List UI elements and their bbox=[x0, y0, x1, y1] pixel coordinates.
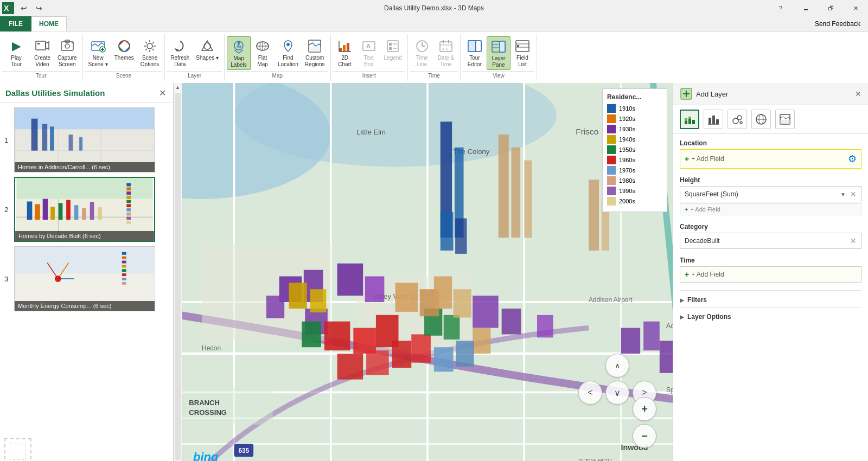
category-remove-btn[interactable]: ✕ bbox=[850, 236, 857, 245]
tour-editor-button[interactable]: TourEditor bbox=[463, 36, 487, 69]
insert-group-label: Insert bbox=[333, 71, 405, 81]
scene-thumb-1: Homes in Addison/Carroll... (6 sec) bbox=[14, 107, 155, 172]
stacked-bar-icon[interactable] bbox=[680, 110, 699, 129]
chart-icon bbox=[337, 37, 353, 55]
find-location-label: FindLocation bbox=[278, 55, 298, 68]
new-scene-button[interactable]: NewScene ▾ bbox=[85, 36, 111, 69]
layer-pane-close[interactable]: ✕ bbox=[855, 89, 861, 98]
text-box-button[interactable]: A TextBox bbox=[357, 36, 381, 69]
shapes-button[interactable]: Shapes ▾ bbox=[193, 36, 222, 62]
bubble-chart-icon[interactable] bbox=[727, 110, 747, 129]
tab-file[interactable]: FILE bbox=[0, 16, 31, 31]
map-copyright: © 2015 HERE bbox=[579, 458, 613, 461]
scene-thumb-3: Monthly Energy Consump... (6 sec) bbox=[14, 246, 155, 311]
undo-btn[interactable]: ↩ bbox=[16, 1, 31, 16]
layer-options-header[interactable]: ▶ Layer Options bbox=[680, 312, 861, 322]
window-title: Dallas Utility Demo.xlsx - 3D Maps bbox=[384, 4, 484, 12]
svg-text:Little Elm: Little Elm bbox=[356, 128, 386, 136]
svg-text:BRANCH: BRANCH bbox=[189, 399, 220, 407]
maximize-btn[interactable]: 🗗 bbox=[818, 0, 843, 16]
legend-label-9: 2000s bbox=[619, 198, 635, 204]
height-add-field[interactable]: + + Add Field bbox=[680, 203, 861, 215]
category-value: DecadeBuilt bbox=[685, 237, 720, 245]
scroll-up-arrow[interactable]: ▲ bbox=[174, 83, 182, 92]
legend-label-7: 1980s bbox=[619, 177, 635, 184]
layer-options-label: Layer Options bbox=[687, 313, 731, 321]
scene-item-1[interactable]: 1 bbox=[4, 107, 169, 172]
create-video-button[interactable]: CreateVideo bbox=[30, 36, 54, 69]
column-chart-icon[interactable] bbox=[704, 110, 723, 129]
date-time-button[interactable]: AB Date &Time bbox=[434, 36, 458, 69]
flat-map-label: FlatMap bbox=[257, 55, 267, 68]
field-list-button[interactable]: FieldList bbox=[510, 36, 534, 69]
legend-item-1: 1920s bbox=[607, 114, 662, 123]
minimize-btn[interactable]: 🗕 bbox=[793, 0, 818, 16]
refresh-data-button[interactable]: RefreshData bbox=[167, 36, 193, 69]
height-value-field[interactable]: SquareFeet (Sum) ▼ ✕ bbox=[680, 186, 861, 202]
filters-label: Filters bbox=[687, 296, 707, 304]
tilt-up-btn[interactable]: ∧ bbox=[605, 354, 629, 377]
svg-rect-72 bbox=[31, 119, 38, 151]
region-icon[interactable] bbox=[775, 110, 795, 129]
tab-home[interactable]: HOME bbox=[31, 16, 67, 31]
tour-editor-label: TourEditor bbox=[468, 55, 482, 68]
tilt-down-btn[interactable]: ∨ bbox=[605, 381, 629, 405]
svg-rect-160 bbox=[365, 277, 385, 303]
close-btn[interactable]: ✕ bbox=[843, 0, 868, 16]
themes-button[interactable]: Themes bbox=[111, 36, 137, 62]
layer-buttons: RefreshData Shapes ▾ bbox=[167, 34, 222, 70]
zoom-out-btn[interactable]: − bbox=[633, 424, 656, 448]
time-line-button[interactable]: TimeLine bbox=[410, 36, 434, 69]
legend-color-6 bbox=[607, 166, 616, 175]
play-icon: ▶ bbox=[12, 37, 21, 55]
ribbon-group-time: TimeLine AB Date &Time Time bbox=[408, 34, 461, 81]
layer-pane-button[interactable]: LayerPane bbox=[487, 36, 510, 70]
category-value-field[interactable]: DecadeBuilt ✕ bbox=[680, 233, 861, 249]
map-buttons: Aa MapLabels FlatMap FindLocation bbox=[227, 34, 328, 70]
legend-icon bbox=[385, 37, 400, 55]
svg-rect-5 bbox=[61, 42, 73, 50]
time-add-field[interactable]: + + Add Field bbox=[680, 266, 861, 283]
height-plus-icon: + bbox=[685, 206, 688, 213]
location-info-icon[interactable]: ⚙ bbox=[848, 153, 857, 165]
globe-icon[interactable] bbox=[751, 110, 771, 129]
add-scene-button[interactable] bbox=[4, 438, 31, 461]
scene-panel-close[interactable]: ✕ bbox=[157, 87, 168, 98]
legend-item-8: 1990s bbox=[607, 187, 662, 195]
add-layer-button[interactable]: Add Layer bbox=[680, 87, 728, 100]
custom-regions-button[interactable]: CustomRegions bbox=[302, 36, 328, 69]
rotate-left-btn[interactable]: < bbox=[578, 381, 602, 405]
filters-header[interactable]: ▶ Filters bbox=[680, 295, 861, 305]
capture-screen-button[interactable]: CaptureScreen bbox=[54, 36, 80, 69]
legend-label-6: 1970s bbox=[619, 167, 635, 174]
send-feedback-link[interactable]: Send Feedback bbox=[807, 16, 868, 31]
legend-button[interactable]: Legend bbox=[381, 36, 405, 62]
map-labels-button[interactable]: Aa MapLabels bbox=[227, 36, 251, 70]
2d-chart-button[interactable]: 2DChart bbox=[333, 36, 357, 69]
svg-marker-3 bbox=[46, 42, 49, 49]
height-remove-btn[interactable]: ✕ bbox=[850, 190, 857, 199]
legend-panel: Residenc... 1910s 1920s 1930s 1940s 1950… bbox=[602, 88, 667, 212]
scene-item-3[interactable]: 3 bbox=[4, 246, 169, 311]
tour-editor-icon bbox=[467, 37, 482, 55]
play-tour-button[interactable]: ▶ PlayTour bbox=[2, 36, 30, 69]
map-labels-label: MapLabels bbox=[231, 55, 246, 68]
zoom-in-btn[interactable]: + bbox=[633, 397, 656, 421]
redo-btn[interactable]: ↪ bbox=[31, 1, 47, 16]
scene-item-2[interactable]: 2 bbox=[4, 177, 169, 242]
svg-rect-195 bbox=[685, 118, 687, 121]
svg-rect-152 bbox=[589, 180, 599, 251]
svg-text:A: A bbox=[442, 47, 445, 51]
flat-map-button[interactable]: FlatMap bbox=[251, 36, 275, 69]
svg-rect-111 bbox=[122, 269, 126, 272]
shapes-icon bbox=[200, 37, 215, 55]
location-add-field[interactable]: + + Add Field ⚙ bbox=[680, 149, 861, 169]
help-btn[interactable]: ? bbox=[768, 0, 793, 16]
find-location-button[interactable]: FindLocation bbox=[275, 36, 302, 69]
height-dropdown-arrow[interactable]: ▼ bbox=[840, 191, 846, 197]
svg-rect-37 bbox=[347, 43, 349, 52]
scene-options-button[interactable]: SceneOptions bbox=[137, 36, 162, 69]
text-box-label: TextBox bbox=[363, 55, 373, 68]
svg-rect-81 bbox=[27, 202, 33, 220]
svg-rect-86 bbox=[66, 200, 71, 220]
